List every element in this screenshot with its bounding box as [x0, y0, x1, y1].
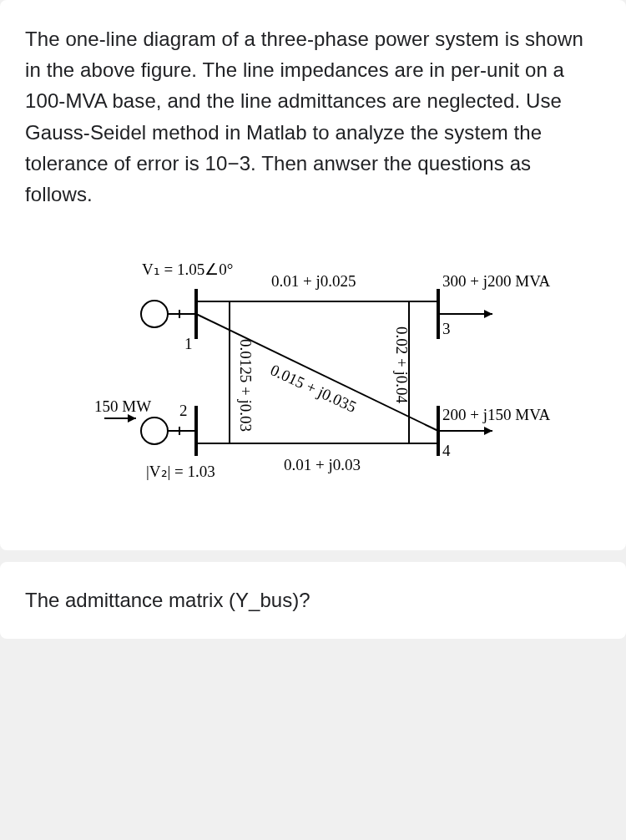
bus1-number: 1 [184, 335, 193, 353]
line13-impedance-label: 0.01 + j0.025 [271, 272, 356, 291]
one-line-diagram: V₁ = 1.05∠0° 0.01 + j0.025 300 + j200 MV… [79, 243, 547, 527]
question-card: The admittance matrix (Y_bus)? [0, 562, 626, 639]
bus3-number: 3 [442, 320, 451, 338]
problem-card: The one-line diagram of a three-phase po… [0, 0, 626, 550]
svg-point-13 [141, 301, 168, 327]
line24-impedance-label: 0.01 + j0.03 [284, 456, 361, 474]
problem-statement: The one-line diagram of a three-phase po… [25, 23, 601, 210]
svg-marker-20 [484, 310, 492, 318]
bus2-number: 2 [179, 402, 188, 420]
svg-point-16 [141, 417, 168, 444]
svg-marker-22 [484, 427, 492, 435]
diagram-container: V₁ = 1.05∠0° 0.01 + j0.025 300 + j200 MV… [25, 243, 601, 527]
bus3-load-label: 300 + j200 MVA [442, 272, 550, 291]
line12-impedance-label: 0.0125 + j0.03 [236, 339, 255, 432]
bus4-load-label: 200 + j150 MVA [442, 406, 550, 424]
bus4-number: 4 [442, 442, 451, 460]
bus1-voltage-label: V₁ = 1.05∠0° [142, 260, 233, 279]
line34-impedance-label: 0.02 + j0.04 [392, 326, 411, 403]
bus2-power-label: 150 MW [94, 397, 151, 416]
bus2-voltage-label: |V₂| = 1.03 [146, 462, 215, 481]
question-text: The admittance matrix (Y_bus)? [25, 585, 601, 615]
